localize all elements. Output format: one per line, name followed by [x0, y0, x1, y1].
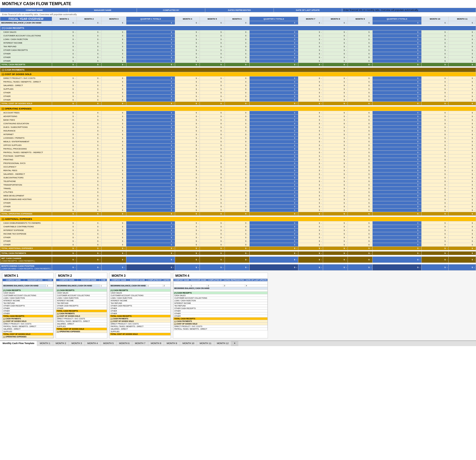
data-cell[interactable]: $ -	[449, 162, 476, 165]
data-cell[interactable]: $ -	[101, 232, 126, 236]
data-cell[interactable]: $ -	[249, 91, 298, 95]
data-cell[interactable]: $ -	[421, 136, 449, 140]
data-cell[interactable]: $ -	[348, 140, 373, 144]
data-cell[interactable]: $ -	[323, 77, 348, 80]
data-cell[interactable]: $ -	[421, 180, 449, 183]
total-cell[interactable]: $ -	[175, 102, 200, 105]
ending-cash-cell[interactable]: $ -	[323, 264, 348, 271]
data-cell[interactable]: $ -	[52, 48, 77, 52]
data-cell[interactable]: $ -	[175, 187, 200, 190]
data-cell[interactable]: $ -	[175, 38, 200, 41]
data-cell[interactable]: $ -	[449, 225, 476, 229]
data-cell[interactable]: $ -	[126, 48, 175, 52]
data-cell[interactable]: $ -	[373, 95, 421, 98]
data-cell[interactable]: $ -	[373, 115, 421, 118]
data-cell[interactable]: $ -	[249, 239, 298, 243]
data-cell[interactable]: $ -	[225, 136, 249, 140]
data-cell[interactable]: $ -	[449, 208, 476, 212]
data-cell[interactable]: $ -	[449, 183, 476, 187]
data-cell[interactable]: $ -	[52, 236, 77, 239]
tab-monthly-cash-flow-template[interactable]: Monthly Cash Flow Template	[0, 341, 37, 346]
net-cash-cell[interactable]: $ -	[225, 257, 249, 263]
data-cell[interactable]: $ -	[449, 80, 476, 84]
data-cell[interactable]: $ -	[298, 133, 323, 136]
data-cell[interactable]: $ -	[298, 98, 323, 102]
data-cell[interactable]: $ -	[126, 140, 175, 144]
data-cell[interactable]: $ -	[249, 136, 298, 140]
data-cell[interactable]: $ -	[126, 122, 175, 126]
data-cell[interactable]: $ -	[298, 201, 323, 205]
data-cell[interactable]: $ -	[249, 115, 298, 118]
data-cell[interactable]: $ -	[126, 126, 175, 129]
data-cell[interactable]: $ -	[52, 154, 77, 158]
data-cell[interactable]: $ -	[249, 158, 298, 162]
data-cell[interactable]: $ -	[52, 232, 77, 236]
data-cell[interactable]: $ -	[77, 118, 101, 122]
data-cell[interactable]: $ -	[200, 45, 225, 48]
data-cell[interactable]: $ -	[77, 221, 101, 225]
data-cell[interactable]: $ -	[373, 38, 421, 41]
data-cell[interactable]: $ -	[348, 144, 373, 147]
data-cell[interactable]: $ -	[200, 129, 225, 133]
data-cell[interactable]: $ -	[52, 80, 77, 84]
data-cell[interactable]: $ -	[449, 126, 476, 129]
data-cell[interactable]: $ -	[298, 239, 323, 243]
data-cell[interactable]: $ -	[373, 98, 421, 102]
data-cell[interactable]: $ -	[225, 239, 249, 243]
data-cell[interactable]: $ -	[449, 45, 476, 48]
data-cell[interactable]: $ -	[421, 91, 449, 95]
data-cell[interactable]: $ -	[249, 144, 298, 147]
data-cell[interactable]: $ -	[200, 48, 225, 52]
data-cell[interactable]: $ -	[52, 136, 77, 140]
data-cell[interactable]: $ -	[323, 95, 348, 98]
total-cell[interactable]: $ -	[52, 63, 77, 66]
data-cell[interactable]: $ -	[449, 205, 476, 208]
data-cell[interactable]: $ -	[298, 205, 323, 208]
data-cell[interactable]: $ -	[200, 151, 225, 154]
data-cell[interactable]: $ -	[200, 187, 225, 190]
data-cell[interactable]: $ -	[126, 52, 175, 56]
data-cell[interactable]: $ -	[77, 158, 101, 162]
data-cell[interactable]: $ -	[421, 172, 449, 176]
total-cell[interactable]: $ -	[323, 102, 348, 105]
total-cell[interactable]: $ -	[449, 252, 476, 255]
total-cell[interactable]: $ -	[323, 63, 348, 66]
data-cell[interactable]: $ -	[126, 115, 175, 118]
data-cell[interactable]: $ -	[298, 147, 323, 151]
data-cell[interactable]: $ -	[348, 194, 373, 198]
data-cell[interactable]: $ -	[101, 45, 126, 48]
data-cell[interactable]: $ -	[373, 41, 421, 45]
total-cell[interactable]: $ -	[126, 212, 175, 216]
total-cell[interactable]: $ -	[348, 63, 373, 66]
data-cell[interactable]: $ -	[52, 165, 77, 169]
total-cell[interactable]: $ -	[249, 212, 298, 216]
data-cell[interactable]: $ -	[225, 122, 249, 126]
data-cell[interactable]: $ -	[348, 77, 373, 80]
data-cell[interactable]: $ -	[52, 122, 77, 126]
data-cell[interactable]: $ -	[348, 190, 373, 194]
data-cell[interactable]: $ -	[175, 165, 200, 169]
data-cell[interactable]: $ -	[225, 118, 249, 122]
data-cell[interactable]: $ -	[77, 122, 101, 126]
tab-month-5[interactable]: MONTH 5	[101, 341, 117, 346]
data-cell[interactable]: $ -	[126, 91, 175, 95]
data-cell[interactable]: $ -	[323, 183, 348, 187]
data-cell[interactable]: $ -	[323, 133, 348, 136]
data-cell[interactable]: $ -	[77, 80, 101, 84]
total-cell[interactable]: $ -	[126, 247, 175, 250]
data-cell[interactable]: $ -	[52, 190, 77, 194]
data-cell[interactable]: $ -	[373, 208, 421, 212]
data-cell[interactable]: $ -	[52, 38, 77, 41]
data-cell[interactable]: $ -	[421, 98, 449, 102]
data-cell[interactable]: $ -	[348, 56, 373, 59]
data-cell[interactable]: $ -	[52, 111, 77, 115]
data-cell[interactable]: $ -	[348, 239, 373, 243]
data-cell[interactable]: $ -	[77, 239, 101, 243]
total-cell[interactable]: $ -	[101, 252, 126, 255]
data-cell[interactable]: $ -	[225, 154, 249, 158]
data-cell[interactable]: $ -	[175, 41, 200, 45]
data-cell[interactable]: $ -	[421, 225, 449, 229]
data-cell[interactable]: $ -	[249, 176, 298, 180]
data-cell[interactable]: $ -	[225, 133, 249, 136]
data-cell[interactable]: $ -	[77, 201, 101, 205]
